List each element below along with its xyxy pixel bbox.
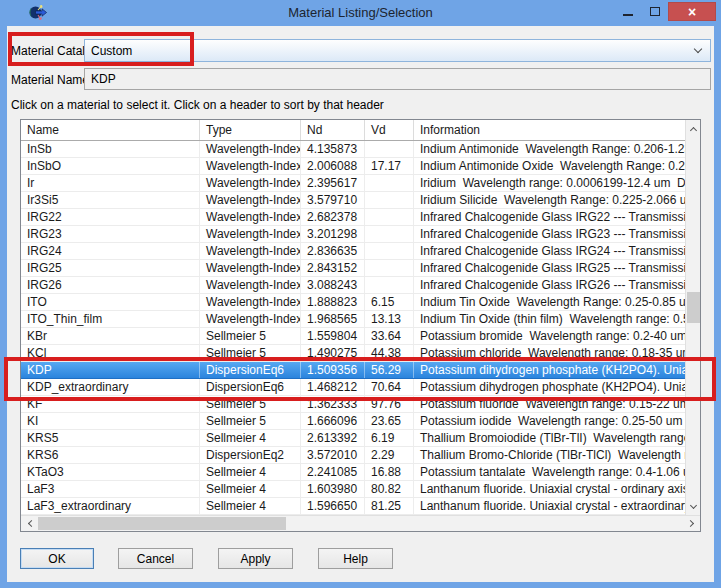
cell-vd: 2.29 <box>365 447 414 463</box>
apply-button[interactable]: Apply <box>218 548 293 569</box>
table-row[interactable]: ITO_Thin_film Wavelength-Index 1.968565 … <box>21 311 685 328</box>
cell-nd: 3.579710 <box>301 192 365 208</box>
table-row[interactable]: IRG25 Wavelength-Index 2.843152 Infrared… <box>21 260 685 277</box>
minimize-button[interactable] <box>614 2 641 21</box>
table-row[interactable]: InSb Wavelength-Index 4.135873 Indium An… <box>21 141 685 158</box>
cell-nd: 1.888823 <box>301 294 365 310</box>
cell-information: Infrared Chalcogenide Glass IRG26 --- Tr… <box>414 277 685 293</box>
cell-name: LaF3_extraordinary <box>21 498 200 514</box>
cell-type: DispersionEq2 <box>200 447 301 463</box>
cell-nd: 2.006088 <box>301 158 365 174</box>
cell-name: InSb <box>21 141 200 157</box>
table-row[interactable]: KTaO3 Sellmeier 4 2.241085 16.88 Potassi… <box>21 464 685 481</box>
cell-vd <box>365 192 414 208</box>
horizontal-scrollbar[interactable] <box>21 515 700 531</box>
cell-information: Potassium iodide Wavelength range: 0.25-… <box>414 413 685 429</box>
material-name-label: Material Name: <box>11 73 92 87</box>
cell-vd: 6.19 <box>365 430 414 446</box>
cell-type: Wavelength-Index <box>200 311 301 327</box>
table-row[interactable]: KBr Sellmeier 5 1.559804 33.64 Potassium… <box>21 328 685 345</box>
cell-vd: 44.38 <box>365 345 414 361</box>
table-row[interactable]: IRG23 Wavelength-Index 3.201298 Infrared… <box>21 226 685 243</box>
cell-type: Wavelength-Index <box>200 260 301 276</box>
cell-nd: 1.666096 <box>301 413 365 429</box>
table-row[interactable]: IRG24 Wavelength-Index 2.836635 Infrared… <box>21 243 685 260</box>
material-name-input[interactable] <box>84 68 711 90</box>
cell-nd: 1.362333 <box>301 396 365 412</box>
cell-vd <box>365 260 414 276</box>
cell-vd: 33.64 <box>365 328 414 344</box>
cell-name: LaF3 <box>21 481 200 497</box>
cell-information: Infrared Chalcogenide Glass IRG22 --- Tr… <box>414 209 685 225</box>
cell-information: Potassium bromide Wavelength range: 0.2-… <box>414 328 685 344</box>
table-row[interactable]: KI Sellmeier 5 1.666096 23.65 Potassium … <box>21 413 685 430</box>
table-row[interactable]: KF Sellmeier 5 1.362333 97.76 Potassium … <box>21 396 685 413</box>
cell-nd: 2.843152 <box>301 260 365 276</box>
scroll-left-button[interactable] <box>22 516 37 531</box>
vertical-scrollbar[interactable] <box>685 120 700 515</box>
maximize-button[interactable] <box>641 2 668 21</box>
cell-name: ITO_Thin_film <box>21 311 200 327</box>
table-row[interactable]: Ir Wavelength-Index 2.395617 Iridium Wav… <box>21 175 685 192</box>
horizontal-scroll-thumb[interactable] <box>38 517 286 530</box>
cell-name: KRS5 <box>21 430 200 446</box>
cell-nd: 2.682378 <box>301 209 365 225</box>
cancel-button[interactable]: Cancel <box>118 548 193 569</box>
cell-type: Wavelength-Index <box>200 294 301 310</box>
scroll-up-button[interactable] <box>686 121 701 136</box>
table-row[interactable]: Ir3Si5 Wavelength-Index 3.579710 Iridium… <box>21 192 685 209</box>
close-button[interactable]: × <box>668 2 716 21</box>
table-row[interactable]: IRG22 Wavelength-Index 2.682378 Infrared… <box>21 209 685 226</box>
cell-nd: 3.088243 <box>301 277 365 293</box>
cell-vd: 81.25 <box>365 498 414 514</box>
cell-information: Potassium tantalate Wavelength range: 0.… <box>414 464 685 480</box>
cell-information: Indium Tin Oxide Wavelength Range: 0.25-… <box>414 294 685 310</box>
table-row[interactable]: KRS5 Sellmeier 4 2.613392 6.19 Thallium … <box>21 430 685 447</box>
table-row[interactable]: IRG26 Wavelength-Index 3.088243 Infrared… <box>21 277 685 294</box>
cell-nd: 2.395617 <box>301 175 365 191</box>
scroll-down-button[interactable] <box>686 499 701 514</box>
column-header-nd[interactable]: Nd <box>301 120 365 140</box>
column-header-type[interactable]: Type <box>200 120 301 140</box>
cell-information: Indium Tin Oxide (thin film) Wavelength … <box>414 311 685 327</box>
table-row[interactable]: LaF3 Sellmeier 4 1.603980 80.82 Lanthanu… <box>21 481 685 498</box>
cell-information: Thallium Bromoiodide (TlBr-TlI) Waveleng… <box>414 430 685 446</box>
cell-type: Sellmeier 4 <box>200 481 301 497</box>
cell-nd: 1.968565 <box>301 311 365 327</box>
column-header-information[interactable]: Information <box>414 120 685 140</box>
chevron-down-icon <box>690 501 697 508</box>
cell-type: Wavelength-Index <box>200 226 301 242</box>
cell-name: ITO <box>21 294 200 310</box>
material-table: Name Type Nd Vd Information InSb Wavelen… <box>20 119 701 532</box>
material-catalog-select[interactable]: Custom <box>84 39 711 62</box>
cell-information: Infrared Chalcogenide Glass IRG23 --- Tr… <box>414 226 685 242</box>
table-row[interactable]: KCl Sellmeier 5 1.490275 44.38 Potassium… <box>21 345 685 362</box>
cell-nd: 1.603980 <box>301 481 365 497</box>
close-icon: × <box>688 5 696 19</box>
cell-type: Sellmeier 4 <box>200 498 301 514</box>
help-button[interactable]: Help <box>318 548 393 569</box>
cell-name: Ir3Si5 <box>21 192 200 208</box>
dialog-client-area: Material Catalog: Custom Material Name: … <box>7 26 714 582</box>
cell-name: KRS6 <box>21 447 200 463</box>
column-header-vd[interactable]: Vd <box>365 120 414 140</box>
cell-nd: 2.241085 <box>301 464 365 480</box>
cell-vd <box>365 277 414 293</box>
material-catalog-value: Custom <box>85 44 695 58</box>
table-row[interactable]: LaF3_extraordinary Sellmeier 4 1.596650 … <box>21 498 685 515</box>
column-header-name[interactable]: Name <box>21 120 200 140</box>
scroll-right-button[interactable] <box>684 516 699 531</box>
cell-information: Infrared Chalcogenide Glass IRG24 --- Tr… <box>414 243 685 259</box>
ok-button[interactable]: OK <box>20 548 94 569</box>
table-row[interactable]: KDP DispersionEq6 1.509356 56.29 Potassi… <box>21 362 685 379</box>
table-row[interactable]: KRS6 DispersionEq2 3.572010 2.29 Thalliu… <box>21 447 685 464</box>
table-row[interactable]: ITO Wavelength-Index 1.888823 6.15 Indiu… <box>21 294 685 311</box>
cell-type: Sellmeier 5 <box>200 396 301 412</box>
vertical-scroll-thumb[interactable] <box>687 292 700 323</box>
cell-type: Wavelength-Index <box>200 243 301 259</box>
table-row[interactable]: KDP_extraordinary DispersionEq6 1.468212… <box>21 379 685 396</box>
dialog-window: Material Listing/Selection × Material Ca… <box>0 0 721 588</box>
cell-vd: 70.64 <box>365 379 414 395</box>
cell-name: Ir <box>21 175 200 191</box>
table-row[interactable]: InSbO Wavelength-Index 2.006088 17.17 In… <box>21 158 685 175</box>
